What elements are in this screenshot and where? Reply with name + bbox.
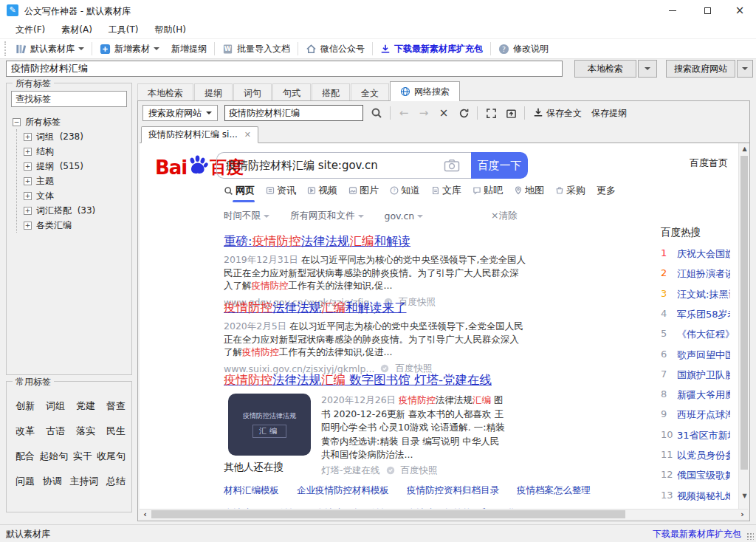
tab-提纲[interactable]: 提纲 — [194, 83, 233, 101]
status-download-link[interactable]: 下载最新素材库扩充包 — [653, 528, 741, 541]
common-tag[interactable]: 主持词 — [69, 475, 98, 488]
hot-search-item[interactable]: 11以党员身份参加 — [661, 449, 730, 462]
browser-query-input[interactable] — [224, 105, 363, 121]
local-search-button[interactable]: 本地检索 — [574, 60, 636, 78]
engine-select[interactable]: 搜索政府网站 — [142, 105, 218, 121]
common-tag[interactable]: 改革 — [16, 425, 35, 438]
tab-词句[interactable]: 词句 — [233, 83, 272, 101]
result-thumbnail[interactable]: 疫情防控法律法规汇编 — [228, 394, 311, 456]
gov-search-button[interactable]: 搜索政府网站 — [666, 60, 735, 78]
fullscreen-icon[interactable] — [484, 105, 498, 121]
common-tag[interactable]: 古语 — [46, 425, 65, 438]
common-tag[interactable]: 配合 — [16, 450, 35, 463]
menu-item[interactable]: 素材(A) — [53, 21, 100, 38]
main-search-input[interactable] — [6, 61, 563, 77]
baidu-nav-文库[interactable]: 文库 — [431, 184, 461, 197]
tab-句式[interactable]: 句式 — [272, 83, 311, 101]
tree-item[interactable]: +文体 — [24, 188, 128, 203]
resize-grip[interactable] — [746, 532, 754, 540]
baidu-nav-资讯[interactable]: 资讯 — [266, 184, 296, 197]
baidu-search-box[interactable]: 疫情防控材料汇编 site:gov.cn — [216, 152, 471, 179]
related-search-link[interactable]: 企业疫情防控材料模板 — [297, 484, 389, 497]
stop-icon[interactable]: × — [437, 105, 450, 121]
hot-search-item[interactable]: 8新疆大爷用魔方 — [661, 388, 730, 402]
hot-search-item[interactable]: 6歌声回望中国共 — [661, 349, 730, 362]
scroll-up-icon[interactable]: ▲ — [739, 143, 749, 154]
common-tag[interactable]: 民生 — [106, 425, 126, 438]
collapse-icon[interactable]: − — [13, 118, 21, 126]
hot-search-item[interactable]: 13视频揭秘礼炮兵 — [661, 490, 730, 503]
hot-search-item[interactable]: 4军乐团58岁老兵 — [661, 308, 730, 321]
expand-icon[interactable]: + — [24, 133, 32, 141]
baidu-nav-网页[interactable]: 网页 — [224, 184, 255, 197]
open-in-window-icon[interactable] — [504, 105, 518, 121]
common-tag[interactable]: 起始句 — [39, 450, 68, 463]
expand-icon[interactable]: + — [24, 162, 32, 171]
menu-item[interactable]: 文件(F) — [7, 21, 53, 38]
toolbar-button[interactable]: 微信公众号 — [300, 39, 371, 58]
common-tag[interactable]: 督查 — [106, 399, 126, 413]
tab-全文[interactable]: 全文 — [351, 83, 389, 101]
expand-icon[interactable]: + — [24, 148, 32, 156]
tree-item[interactable]: +词汇搭配 (33) — [24, 203, 128, 218]
menu-item[interactable]: 帮助(H) — [147, 21, 194, 38]
camera-icon[interactable] — [444, 159, 460, 175]
toolbar-button[interactable]: W批量导入文档 — [216, 39, 296, 58]
tree-item[interactable]: +提纲 (515) — [24, 159, 128, 174]
related-search-link[interactable]: 材料汇编模板 — [224, 484, 279, 497]
baidu-search-button[interactable]: 百度一下 — [471, 152, 528, 179]
result-title-link[interactable]: 疫情防控法律法规汇编 数字图书馆 灯塔-党建在线 — [224, 372, 526, 388]
scrollbar-thumb[interactable] — [740, 156, 748, 470]
expand-icon[interactable]: + — [24, 222, 32, 230]
hot-search-item[interactable]: 9西班牙点球淘汰 — [661, 408, 730, 422]
scrollbar-thumb[interactable] — [151, 510, 625, 518]
vertical-scrollbar[interactable]: ▲ ▼ — [738, 143, 749, 509]
find-tags-input[interactable] — [11, 91, 127, 107]
common-tag[interactable]: 收尾句 — [97, 450, 126, 463]
toolbar-button[interactable]: 默认素材库 — [10, 39, 90, 58]
tab-本地检索[interactable]: 本地检索 — [137, 83, 193, 101]
filter-dropdown[interactable]: gov.cn — [385, 210, 424, 222]
expand-icon[interactable]: + — [24, 177, 32, 185]
expand-icon[interactable]: + — [24, 207, 32, 215]
toolbar-button[interactable]: 新增提纲 — [165, 39, 213, 58]
back-icon[interactable]: ← — [397, 105, 410, 121]
baidu-nav-更多[interactable]: 更多 — [597, 184, 616, 197]
related-search-link[interactable]: 疫情档案怎么整理 — [517, 484, 591, 497]
maximize-button[interactable] — [691, 0, 724, 21]
hot-search-item[interactable]: 2江姐扮演者谈张桂 — [661, 267, 730, 281]
gov-search-dropdown[interactable] — [737, 60, 753, 78]
search-icon[interactable] — [370, 105, 383, 121]
hot-search-item[interactable]: 7国旗护卫队脸上 — [661, 368, 730, 382]
baidu-nav-视频[interactable]: 视频 — [307, 184, 337, 197]
tree-item[interactable]: +词组 (238) — [24, 129, 128, 144]
menu-item[interactable]: 工具(T) — [100, 21, 147, 38]
result-title-link[interactable]: 疫情防控法律法规汇编和解读来了 — [224, 300, 526, 316]
common-tag[interactable]: 词组 — [46, 399, 65, 413]
baidu-nav-贴吧[interactable]: 贴吧 — [472, 184, 503, 197]
common-tag[interactable]: 落实 — [76, 425, 95, 438]
baidu-nav-采购[interactable]: 采购 — [555, 184, 585, 197]
hot-search-item[interactable]: 1庆祝大会国旗护卫 — [661, 247, 730, 261]
toolbar-button[interactable]: 新增素材 — [94, 39, 165, 58]
tree-item[interactable]: +各类汇编 — [24, 218, 128, 233]
save-fulltext-button[interactable]: 保存全文 — [532, 107, 583, 120]
filter-dropdown[interactable]: 所有网页和文件 — [290, 210, 364, 222]
scroll-down-icon[interactable]: ▼ — [739, 490, 749, 501]
tree-item[interactable]: +结构 — [24, 144, 128, 159]
refresh-icon[interactable] — [457, 105, 470, 121]
hot-search-item[interactable]: 1031省区市新增确 — [661, 429, 730, 442]
horizontal-scrollbar[interactable]: ‹ › — [140, 509, 748, 519]
minimize-button[interactable] — [654, 0, 691, 21]
expand-icon[interactable]: + — [24, 192, 32, 200]
clear-filters-button[interactable]: ×清除 — [491, 210, 517, 222]
related-search-link[interactable]: 疫情防控资料归档目录 — [407, 484, 499, 497]
common-tag[interactable]: 创新 — [16, 399, 35, 413]
common-tag[interactable]: 实干 — [73, 450, 92, 463]
save-outline-button[interactable]: 保存提纲 — [590, 107, 628, 120]
page-tab[interactable]: 疫情防控材料汇编 si... ✕ — [141, 126, 258, 143]
hot-search-item[interactable]: 5《伟大征程》这 — [661, 328, 730, 341]
baidu-nav-知道[interactable]: ?知道 — [390, 184, 420, 197]
baidu-nav-图片[interactable]: 图片 — [348, 184, 379, 197]
tree-root[interactable]: −所有标签 — [13, 114, 128, 129]
